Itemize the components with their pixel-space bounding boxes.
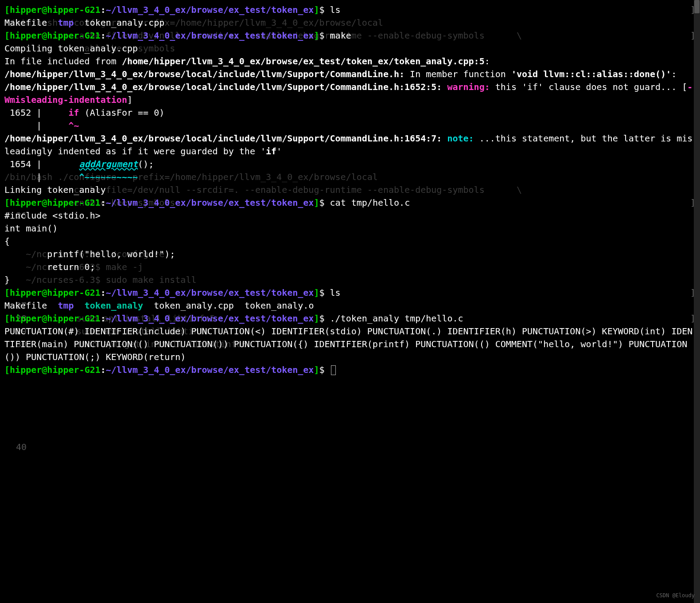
prompt-symbol: $ bbox=[319, 4, 324, 15]
prompt-host: hipper-G21 bbox=[47, 4, 100, 15]
make-note-label: note: bbox=[442, 133, 474, 144]
watermark: CSDN @Eloudy bbox=[656, 592, 695, 599]
make-warning-path: /home/hipper/llvm_3_4_0_ex/browse/local/… bbox=[4, 82, 442, 92]
hello-line: #include <stdio.h> bbox=[4, 210, 101, 221]
command-ls: ls bbox=[330, 4, 341, 15]
make-note-path: /home/hipper/llvm_3_4_0_ex/browse/local/… bbox=[4, 133, 442, 144]
make-linking: Linking token_analy bbox=[4, 184, 106, 195]
make-include-prefix: In file included from bbox=[4, 56, 122, 67]
prompt-bracket-open: [ bbox=[4, 4, 10, 15]
ls-file: token_analy.o bbox=[245, 300, 314, 311]
hello-line: { bbox=[4, 236, 10, 247]
ls-file: token_analy.cpp bbox=[154, 300, 234, 311]
make-warning-label: warning: bbox=[442, 82, 490, 92]
ls-file: token_analy.cpp bbox=[85, 17, 165, 28]
caret-indicator: ^~~~~~~~~~~ bbox=[79, 172, 138, 182]
ls-file: Makefile bbox=[4, 17, 47, 28]
make-header-path: /home/hipper/llvm_3_4_0_ex/browse/local/… bbox=[4, 69, 404, 79]
caret-indicator: ^~ bbox=[69, 120, 79, 131]
prompt-path: ~/llvm_3_4_0_ex/browse/ex_test/token_ex bbox=[106, 4, 314, 15]
command-run: ./token_analy tmp/hello.c bbox=[330, 313, 463, 324]
terminal-output[interactable]: ][hipper@hipper-G21:~/llvm_3_4_0_ex/brow… bbox=[4, 4, 696, 376]
prompt-user: hipper bbox=[10, 4, 42, 15]
hello-line: } bbox=[4, 274, 10, 285]
make-include-path: /home/hipper/llvm_3_4_0_ex/browse/ex_tes… bbox=[122, 56, 485, 67]
prompt-at: @ bbox=[42, 4, 47, 15]
command-cat: cat tmp/hello.c bbox=[330, 197, 410, 208]
command-ls2: ls bbox=[330, 287, 341, 298]
code-addargument: addArgument bbox=[79, 159, 138, 169]
ls-dir: tmp bbox=[58, 17, 74, 28]
cursor[interactable] bbox=[331, 365, 336, 375]
make-compiling: Compiling token_analy.cpp bbox=[4, 43, 138, 54]
command-make: make bbox=[330, 30, 351, 41]
ls-file: Makefile bbox=[4, 300, 47, 311]
hello-line: printf("hello, world!"); bbox=[4, 249, 175, 259]
hello-line: return 0; bbox=[4, 262, 95, 272]
make-function: 'void llvm::cl::alias::done()' bbox=[511, 69, 671, 79]
code-if-keyword: if bbox=[69, 107, 79, 118]
ls-exe: token_analy bbox=[85, 300, 143, 311]
hello-line: int main() bbox=[4, 223, 58, 234]
token-analy-output: PUNCTUATION(#) IDENTIFIER(include) PUNCT… bbox=[4, 326, 692, 362]
ls-dir: tmp bbox=[58, 300, 74, 311]
